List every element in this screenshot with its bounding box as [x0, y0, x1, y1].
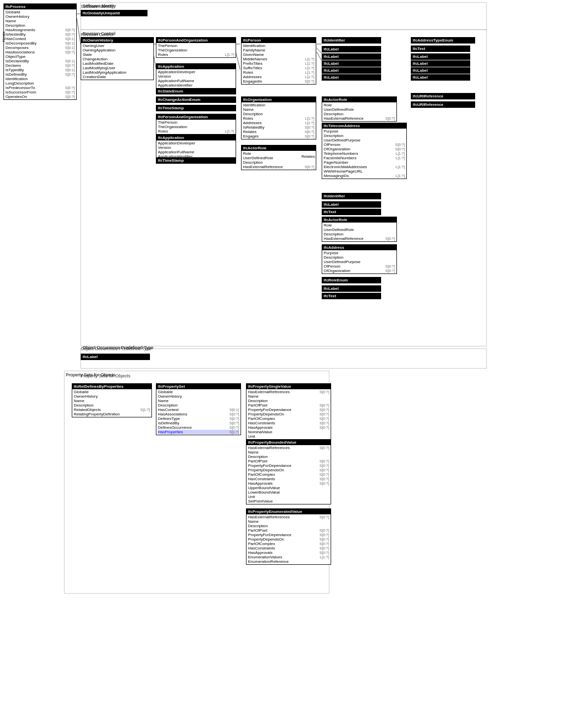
row-psv-name: Name: [248, 394, 329, 399]
row-ta-ofperson: OfPersonS[0:?]: [324, 142, 405, 147]
row-pev-hasapprovals: HasApprovalsS[0:?]: [248, 550, 329, 555]
ifc-uri-ref-2-box: IfcURIReference: [411, 101, 475, 108]
row-pbv-unit: Unit: [248, 495, 329, 499]
ifc-person-box: IfcPerson Identification FamilyName Give…: [241, 37, 316, 85]
row-org-roles: RolesL[1:?]: [243, 116, 314, 121]
row-psv-hasextref: HasExternalReferencesS[0:?]: [248, 390, 329, 394]
ifc-property-enumerated-box: IfcPropertyEnumeratedValue HasExternalRe…: [246, 508, 331, 565]
svg-line-7: [317, 48, 322, 53]
row-psv-description: Description: [248, 399, 329, 403]
ifc-rel-defines-box: IfcRelDefinesByProperties GlobalId Owner…: [72, 383, 152, 417]
row-org-relates: RelatesS[0:?]: [243, 130, 314, 134]
row-psv-hasapprovals: HasApprovalsS[0:?]: [248, 425, 329, 430]
ifc-actor-role-3-header: IfcActorRole: [322, 217, 396, 223]
row-theperson2: ThePerson: [158, 120, 234, 125]
ifc-label-r4-header: IfcLabel: [411, 75, 470, 80]
row-creationdate: CreationDate: [83, 75, 152, 79]
row-org-addresses: AddressesL[1:?]: [243, 121, 314, 125]
ifc-text-r-box: IfcText: [411, 46, 470, 52]
ifc-organization-body: Identification Name Description RolesL[1…: [242, 102, 316, 139]
row-ps-name: Name: [158, 399, 239, 403]
ifc-property-set-body: GlobalId OwnerHistory Name Description H…: [156, 389, 241, 435]
ifc-actor-role-1-body: Role UserDefinedRole Description HasExte…: [242, 151, 316, 170]
row-ps-hasproperties: HasPropertiesS[1:?]: [158, 430, 239, 434]
row-addr-description: Description: [324, 255, 395, 260]
row-pev-name: Name: [248, 519, 329, 524]
ifc-property-single-body: HasExternalReferencesS[0:?] Name Descrip…: [246, 389, 331, 439]
row-org-description: Description: [243, 112, 314, 116]
row-theorganization: TheOrganization: [158, 48, 234, 52]
row-pev-description: Description: [248, 524, 329, 528]
row-owningapplication: OwningApplication: [83, 48, 152, 52]
row-pbv-lowerboundvalue: LowerBoundValue: [248, 490, 329, 495]
ifc-process-header: IfcProcess: [4, 4, 76, 9]
ifc-address-body: Purpose Description UserDefinedPurpose O…: [322, 250, 396, 273]
ifc-label-r4-box: IfcLabel: [411, 74, 470, 81]
row-ta-messagingids: MessagingIDsL[1:?]: [324, 174, 405, 178]
ifc-label-r1-box: IfcLabel: [411, 53, 470, 60]
row-operateson: OperatesOnS[0:?]: [5, 94, 75, 99]
row-p-familyname: FamilyName: [243, 48, 314, 52]
row-rd-relatingpropdef: RelatingPropertyDefinition: [74, 412, 150, 416]
nests-label: Nests: [1, 32, 6, 42]
row-version1: Version: [158, 74, 234, 79]
row-pev-enumreference: EnumerationReference: [248, 559, 329, 564]
row-p-engagedin: EngagedInS[0:?]: [243, 79, 314, 84]
row-rd-ownerhistory: OwnerHistory: [74, 394, 150, 399]
ifc-identifier-2-header: IfcIdentifier: [322, 193, 381, 199]
ifc-label-7-box: IfcLabel: [322, 285, 381, 292]
row-declares: DeclaresS[0:?]: [5, 63, 75, 68]
row-pbv-partofpset: PartOfPsetS[0:?]: [248, 459, 329, 463]
row-ps-definesoccurrence: DefinesOccurrenceS[0:?]: [158, 425, 239, 430]
row-pev-hasconstraints: HasConstraintsS[0:?]: [248, 546, 329, 550]
row-pev-enumvalues: EnumerationValuesL[1:?]: [248, 555, 329, 559]
ifc-state-enum-header: IfcStateEnum: [156, 89, 236, 94]
ifc-property-set-box: IfcPropertySet GlobalId OwnerHistory Nam…: [156, 383, 241, 435]
row-org-identification: Identification: [243, 103, 314, 107]
ifc-rel-defines-header: IfcRelDefinesByProperties: [72, 384, 151, 389]
ifc-text-2-header: IfcText: [322, 293, 381, 299]
ifc-timestamp-2-box: IfcTimeStamp: [156, 157, 236, 164]
row-p-middlenames: MiddleNamesL[1:?]: [243, 57, 314, 61]
row-isdefinedby: IsDefinedByS[0:?]: [5, 72, 75, 77]
row-ta-electronicmail: ElectronicMailAddressesL[1:?]: [324, 165, 405, 169]
ifc-property-single-header: IfcPropertySingleValue: [246, 384, 331, 389]
ifc-application-2-body: ApplicationDeveloper Version Application…: [156, 140, 236, 159]
row-pbv-partofcomplex: PartOfComplexS[0:?]: [248, 472, 329, 477]
row-pbv-upperboundvalue: UpperBoundValue: [248, 486, 329, 490]
row-pev-partofcomplex: PartOfComplexS[0:?]: [248, 542, 329, 546]
row-ar2-hasextref: HasExternalReferenceS[0:?]: [324, 116, 395, 121]
ifc-label-r2-header: IfcLabel: [411, 61, 470, 66]
row-addr-oforganization: OfOrganizationS[0:?]: [324, 269, 395, 273]
row-decomposes: DecomposesS[0:1]: [5, 46, 75, 50]
row-theorganization2: TheOrganization: [158, 125, 234, 129]
row-ps-hasassociations: HasAssociationsS[0:?]: [158, 412, 239, 416]
row-p-givenname: GivenName: [243, 52, 314, 57]
ifc-text-2-box: IfcText: [322, 293, 381, 299]
row-pbv-name: Name: [248, 450, 329, 455]
ifc-label-5-header: IfcLabel: [322, 75, 381, 80]
svg-line-8: [317, 52, 322, 61]
row-appfullname1: ApplicationFullName: [158, 79, 234, 83]
row-hascontext: HasContextS[0:1]: [5, 37, 75, 41]
object-occurrence-label: Object Occurrence Predefined Type: [83, 345, 153, 350]
ifc-label-1-box: IfcLabel: [322, 46, 381, 52]
row-ar2-role: Role: [324, 103, 395, 107]
row-ps-description: Description: [158, 403, 239, 408]
software-identity-label: Software Identity: [83, 3, 116, 8]
ifc-label-1-header: IfcLabel: [322, 46, 381, 52]
ifc-uri-ref-2-header: IfcURIReference: [411, 102, 475, 107]
ifc-owner-history-body: OwningUser OwningApplication State Chang…: [81, 43, 153, 80]
row-ar2-description: Description: [324, 112, 395, 116]
row-p-prefixtitles: PrefixTitlesL[1:?]: [243, 61, 314, 66]
row-ispredecessorto: IsPredecessorToS[0:?]: [5, 86, 75, 90]
row-isnestedby: IsNestedByS[0:?]: [5, 32, 75, 37]
row-state: State: [83, 52, 152, 57]
ifc-identifier-1-box: IfcIdentifier: [322, 37, 381, 44]
ifc-label-3-box: IfcLabel: [322, 60, 381, 67]
row-addr-ofperson: OfPersonS[0:?]: [324, 264, 395, 269]
row-org-isrelatedby: IsRelatedByS[0:?]: [243, 125, 314, 130]
ifc-change-action-enum-header: IfcChangeActionEnum: [156, 97, 236, 102]
row-rd-globalid: GlobalId: [74, 390, 150, 394]
ifc-label-6-box: IfcLabel: [322, 201, 381, 208]
